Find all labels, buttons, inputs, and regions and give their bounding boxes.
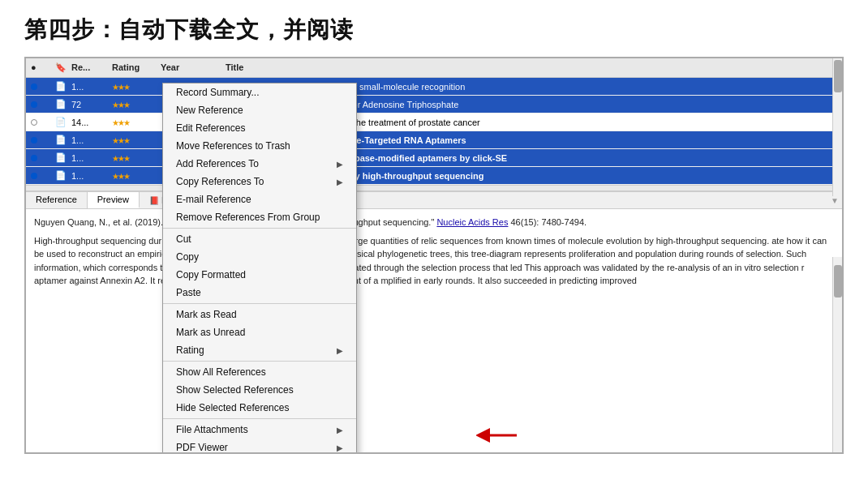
- ctx-paste[interactable]: Paste: [163, 284, 356, 302]
- ctx-show-all[interactable]: Show All References: [163, 363, 356, 381]
- ctx-mark-unread[interactable]: Mark as Unread: [163, 323, 356, 341]
- table-scrollbar[interactable]: [832, 58, 842, 196]
- preview-scrollbar[interactable]: [832, 257, 842, 454]
- preview-pane: Nguyen Quang, N., et al. (2019). "Emerge…: [26, 209, 842, 387]
- tab-preview[interactable]: Preview: [88, 192, 140, 208]
- ctx-show-selected[interactable]: Show Selected References: [163, 381, 356, 399]
- ctx-move-trash[interactable]: Move References to Trash: [163, 137, 356, 155]
- table-row[interactable]: 📄 1... ★★★ aging of molecular evolution …: [26, 167, 842, 185]
- tab-reference[interactable]: Reference: [26, 192, 88, 208]
- ctx-new-reference[interactable]: New Reference: [163, 101, 356, 119]
- ctx-pdf-viewer[interactable]: PDF Viewer ▶: [163, 439, 356, 454]
- page-title: 第四步：自动下载全文，并阅读: [0, 0, 868, 57]
- table-row[interactable]: 📄 14... ★★★ xic aptamer-drug conjugates …: [26, 113, 842, 131]
- separator3: [163, 361, 356, 362]
- preview-scrollbar-thumb: [834, 265, 842, 298]
- ctx-cut[interactable]: Cut: [163, 230, 356, 248]
- preview-body: High-throughput sequencing during rounds…: [34, 234, 834, 288]
- table-row[interactable]: 📄 72 ★★★ ng for Cytometric Bead Assays f…: [26, 96, 842, 113]
- ctx-file-attachments[interactable]: File Attachments ▶: [163, 421, 356, 439]
- table-row[interactable]: 📄 1... ★★★ on of an XNA aptamer capable …: [26, 78, 842, 96]
- horizontal-scrollbar[interactable]: [26, 185, 842, 191]
- ctx-copy-references-to[interactable]: Copy References To ▶: [163, 173, 356, 190]
- ctx-copy-formatted[interactable]: Copy Formatted: [163, 266, 356, 284]
- red-arrow: [476, 423, 517, 444]
- col-header-icon: 🔖: [50, 61, 67, 75]
- ctx-record-summary[interactable]: Record Summary...: [163, 83, 356, 101]
- table-row[interactable]: 📄 1... ★★★ Identification of Skeletal-Mu…: [26, 131, 842, 149]
- col-header-title: Title: [221, 61, 842, 75]
- preview-citation: Nguyen Quang, N., et al. (2019). "Emerge…: [34, 216, 834, 229]
- separator1: [163, 228, 356, 229]
- ctx-copy[interactable]: Copy: [163, 248, 356, 266]
- ctx-email-reference[interactable]: E-mail Reference: [163, 190, 356, 208]
- table-row[interactable]: 📄 1... ★★★ and characterization of nucle…: [26, 149, 842, 167]
- ctx-add-references-to[interactable]: Add References To ▶: [163, 155, 356, 173]
- col-header-num: Re...: [67, 61, 107, 75]
- ctx-hide-selected[interactable]: Hide Selected References: [163, 399, 356, 417]
- context-menu: Record Summary... New Reference Edit Ref…: [162, 83, 357, 454]
- separator2: [163, 303, 356, 304]
- nucleic-acids-link[interactable]: Nucleic Acids Res: [436, 217, 508, 227]
- tabs-bar: Reference Preview 📕 Nguyen Cu... ▼: [26, 191, 842, 209]
- ctx-edit-references[interactable]: Edit References: [163, 119, 356, 137]
- app-window: ● 🔖 Re... Rating Year Title 📄 1... ★★★ o…: [24, 57, 844, 454]
- scrollbar-thumb: [834, 60, 842, 92]
- col-header-year: Year: [156, 61, 221, 75]
- separator4: [163, 418, 356, 419]
- col-header-rating: Rating: [107, 61, 156, 75]
- table-header: ● 🔖 Re... Rating Year Title: [26, 58, 842, 78]
- ctx-remove-from-group[interactable]: Remove References From Group: [163, 208, 356, 226]
- ctx-rating[interactable]: Rating ▶: [163, 341, 356, 359]
- col-header-status: ●: [26, 61, 50, 75]
- pdf-icon: 📕: [149, 196, 159, 205]
- ctx-mark-read[interactable]: Mark as Read: [163, 306, 356, 323]
